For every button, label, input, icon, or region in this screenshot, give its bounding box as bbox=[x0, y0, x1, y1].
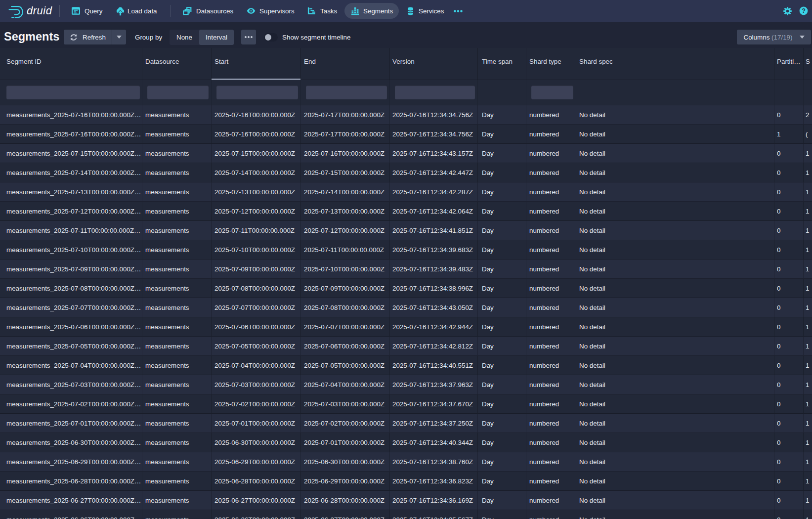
svg-text:?: ? bbox=[802, 7, 806, 14]
